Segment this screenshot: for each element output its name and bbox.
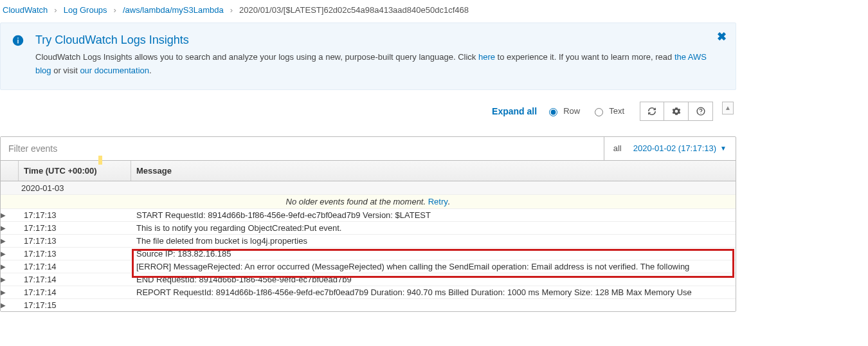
expand-row-icon[interactable]: ▶	[0, 260, 12, 273]
breadcrumb-item[interactable]: CloudWatch	[3, 5, 48, 15]
date-range-picker[interactable]: 2020-01-02 (17:17:13) ▼	[631, 137, 736, 160]
date-group-row: 2020-01-03	[1, 181, 736, 195]
breadcrumb-current: 2020/01/03/[$LATEST]62d02c54a98a413aad84…	[239, 5, 469, 15]
log-time: 17:17:14	[19, 260, 131, 273]
log-message	[131, 299, 736, 311]
view-text-label: Text	[609, 106, 624, 116]
chevron-right-icon: ›	[230, 5, 233, 15]
log-time: 17:17:13	[19, 248, 131, 260]
filter-scope-label: all	[604, 137, 631, 160]
log-message: The file deleted from bucket is log4j.pr…	[131, 235, 736, 247]
svg-point-4	[700, 113, 701, 113]
svg-rect-1	[17, 40, 19, 44]
column-message: Message	[131, 161, 736, 181]
table-row: ▶ 17:17:13 START RequestId: 8914d66b-1f8…	[1, 209, 736, 222]
info-banner: Try CloudWatch Logs Insights CloudWatch …	[0, 23, 736, 90]
log-time: 17:17:13	[19, 235, 131, 247]
help-button[interactable]	[689, 102, 713, 121]
toolbar: Expand all Row Text ▲	[0, 90, 736, 136]
table-row: ▶ 17:17:13 Source IP: 183.82.16.185	[1, 248, 736, 260]
expand-all-link[interactable]: Expand all	[492, 106, 537, 116]
table-row: ▶ 17:17:15	[1, 299, 736, 311]
expand-row-icon[interactable]: ▶	[0, 209, 12, 221]
chevron-right-icon: ›	[114, 5, 116, 15]
expand-row-icon[interactable]: ▶	[0, 299, 12, 311]
refresh-button[interactable]	[640, 102, 664, 121]
no-older-events-row: No older events found at the moment. Ret…	[1, 195, 736, 209]
logs-panel: all 2020-01-02 (17:17:13) ▼ Time (UTC +0…	[0, 136, 736, 312]
log-message: REPORT RequestId: 8914d66b-1f86-456e-9ef…	[131, 286, 736, 298]
breadcrumb-item[interactable]: Log Groups	[64, 5, 107, 15]
view-text-radio[interactable]	[595, 108, 603, 116]
info-title: Try CloudWatch Logs Insights	[35, 33, 724, 47]
table-row: ▶ 17:17:13 This is to notify you regardi…	[1, 222, 736, 235]
log-message: [ERROR] MessageRejected: An error occurr…	[131, 260, 736, 273]
log-time: 17:17:14	[19, 273, 131, 286]
log-time: 17:17:14	[19, 286, 131, 298]
link-here[interactable]: here	[478, 52, 495, 62]
svg-rect-2	[17, 38, 19, 39]
caret-down-icon: ▼	[720, 145, 727, 152]
table-row: ▶ 17:17:14 REPORT RequestId: 8914d66b-1f…	[1, 286, 736, 299]
table-header: Time (UTC +00:00) Message	[1, 160, 736, 181]
info-description: CloudWatch Logs Insights allows you to s…	[35, 51, 724, 78]
expand-row-icon[interactable]: ▶	[0, 222, 12, 234]
link-documentation[interactable]: our documentation	[80, 66, 149, 75]
collapse-pane-button[interactable]: ▲	[722, 102, 734, 114]
info-icon	[12, 35, 24, 78]
breadcrumb-item[interactable]: /aws/lambda/myS3Lambda	[123, 5, 224, 15]
log-time: 17:17:15	[19, 299, 131, 311]
log-message: START RequestId: 8914d66b-1f86-456e-9efd…	[131, 209, 736, 221]
log-time: 17:17:13	[19, 222, 131, 234]
log-message: This is to notify you regarding ObjectCr…	[131, 222, 736, 234]
column-time: Time (UTC +00:00)	[24, 166, 97, 176]
expand-row-icon[interactable]: ▶	[0, 286, 12, 298]
settings-button[interactable]	[664, 102, 689, 121]
table-row: ▶ 17:17:14 [ERROR] MessageRejected: An e…	[1, 260, 736, 273]
breadcrumb: CloudWatch › Log Groups › /aws/lambda/my…	[0, 0, 736, 23]
log-time: 17:17:13	[19, 209, 131, 221]
table-row: ▶ 17:17:13 The file deleted from bucket …	[1, 235, 736, 248]
time-marker	[98, 156, 102, 165]
filter-events-input[interactable]	[1, 137, 604, 160]
table-row: ▶ 17:17:14 END RequestId: 8914d66b-1f86-…	[1, 273, 736, 286]
close-icon[interactable]: ✖	[717, 30, 727, 44]
expand-row-icon[interactable]: ▶	[0, 248, 12, 260]
log-message: Source IP: 183.82.16.185	[131, 248, 736, 260]
expand-row-icon[interactable]: ▶	[0, 235, 12, 247]
chevron-right-icon: ›	[54, 5, 57, 15]
expand-row-icon[interactable]: ▶	[0, 273, 12, 286]
view-row-radio[interactable]	[549, 108, 557, 116]
log-message: END RequestId: 8914d66b-1f86-456e-9efd-e…	[131, 273, 736, 286]
view-row-label: Row	[563, 106, 580, 116]
retry-link[interactable]: Retry	[428, 197, 448, 206]
